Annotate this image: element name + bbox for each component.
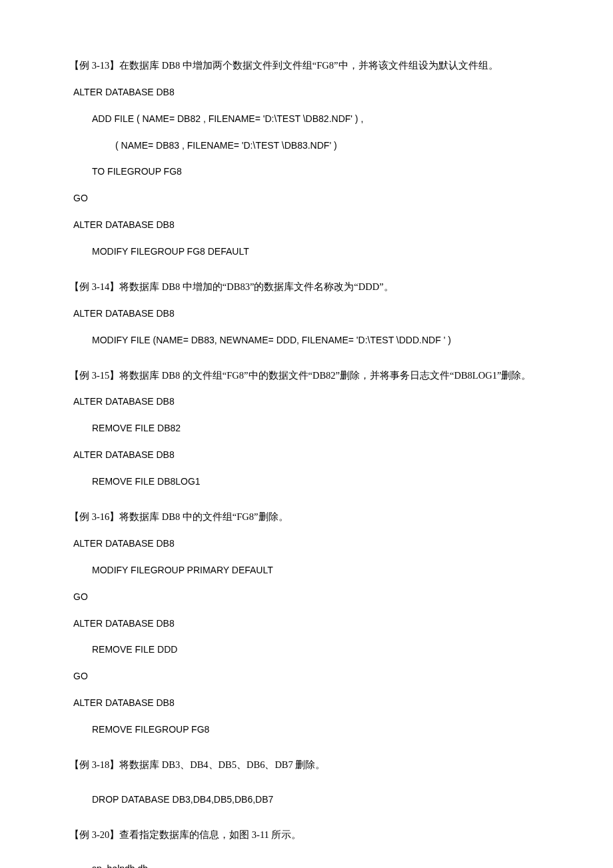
code-line: ALTER DATABASE DB8 — [50, 615, 563, 633]
example-title: 【例 3-18】将数据库 DB3、DB4、DB5、DB6、DB7 删除。 — [50, 756, 563, 774]
code-line: MODIFY FILEGROUP FG8 DEFAULT — [50, 243, 563, 261]
example-title: 【例 3-14】将数据库 DB8 中增加的“DB83”的数据库文件名称改为“DD… — [50, 278, 563, 296]
example-text: 【例 3-16】将数据库 DB8 中的文件组“FG8”删除。 — [69, 511, 289, 522]
code-line: ALTER DATABASE DB8 — [50, 84, 563, 101]
code-line: ALTER DATABASE DB8 — [50, 695, 563, 712]
code-line: REMOVE FILE DB82 — [50, 420, 563, 437]
code-line: TO FILEGROUP FG8 — [50, 163, 563, 181]
code-line: GO — [50, 668, 563, 685]
code-line: REMOVE FILEGROUP FG8 — [50, 721, 563, 739]
example-text: 【例 3-13】在数据库 DB8 中增加两个数据文件到文件组“FG8”中，并将该… — [69, 60, 498, 71]
code-line: ALTER DATABASE DB8 — [50, 305, 563, 323]
code-line: ALTER DATABASE DB8 — [50, 393, 563, 411]
code-line: GO — [50, 589, 563, 606]
document-page: 【例 3-13】在数据库 DB8 中增加两个数据文件到文件组“FG8”中，并将该… — [0, 0, 613, 868]
example-text: 【例 3-14】将数据库 DB8 中增加的“DB83”的数据库文件名称改为“DD… — [69, 281, 394, 292]
example-text: 【例 3-18】将数据库 DB3、DB4、DB5、DB6、DB7 删除。 — [69, 759, 325, 770]
code-line: MODIFY FILEGROUP PRIMARY DEFAULT — [50, 562, 563, 579]
example-title: 【例 3-20】查看指定数据库的信息，如图 3-11 所示。 — [50, 826, 563, 844]
code-line: ( NAME= DB83 , FILENAME= 'D:\TEST \DB83.… — [50, 137, 563, 155]
code-line: DROP DATABASE DB3,DB4,DB5,DB6,DB7 — [50, 791, 563, 809]
example-title: 【例 3-13】在数据库 DB8 中增加两个数据文件到文件组“FG8”中，并将该… — [50, 57, 563, 75]
code-line: ALTER DATABASE DB8 — [50, 217, 563, 234]
code-line: MODIFY FILE (NAME= DB83, NEWNAME= DDD, F… — [50, 332, 563, 349]
code-line: REMOVE FILE DB8LOG1 — [50, 473, 563, 491]
code-line: ALTER DATABASE DB8 — [50, 535, 563, 553]
example-title: 【例 3-15】将数据库 DB8 的文件组“FG8”中的数据文件“DB82”删除… — [50, 367, 563, 385]
example-text: 【例 3-20】查看指定数据库的信息，如图 3-11 所示。 — [69, 829, 302, 840]
code-line: sp_helpdb db — [50, 861, 563, 868]
code-line: ADD FILE ( NAME= DB82 , FILENAME= 'D:\TE… — [50, 111, 563, 128]
code-line: GO — [50, 190, 563, 207]
example-title: 【例 3-16】将数据库 DB8 中的文件组“FG8”删除。 — [50, 508, 563, 526]
example-text: 【例 3-15】将数据库 DB8 的文件组“FG8”中的数据文件“DB82”删除… — [69, 370, 531, 381]
code-line: ALTER DATABASE DB8 — [50, 447, 563, 464]
code-line: REMOVE FILE DDD — [50, 641, 563, 659]
